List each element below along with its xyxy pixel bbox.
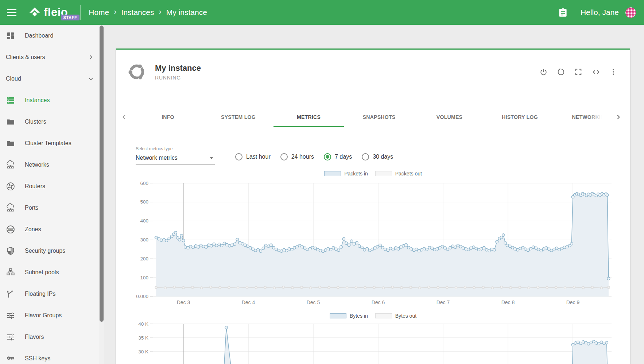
more-vert-icon — [609, 68, 617, 76]
bytes-chart-legend: Bytes inBytes out — [116, 313, 630, 319]
sidebar-item-security-groups[interactable]: Security groups — [0, 240, 99, 262]
svg-text:35 K: 35 K — [138, 335, 148, 341]
sidebar-item-label: Floating IPs — [25, 291, 55, 297]
bytes-chart: 40 K35 K30 K25 K — [116, 319, 630, 364]
breadcrumb-item-home[interactable]: Home — [89, 8, 109, 17]
breadcrumb-separator-icon: › — [114, 7, 116, 17]
tab-metrics[interactable]: METRICS — [273, 114, 344, 127]
folder-icon — [6, 139, 15, 148]
menu-icon[interactable] — [0, 0, 23, 25]
legend-swatch — [375, 313, 392, 318]
sidebar-item-label: Ports — [25, 205, 38, 211]
sidebar-scrollbar-thumb[interactable] — [100, 26, 104, 322]
clipboard-icon[interactable] — [556, 5, 570, 20]
power-icon — [539, 68, 548, 76]
sidebar-item-flavor-groups[interactable]: Flavor Groups — [0, 305, 99, 326]
sidebar-item-label: Clients & users — [6, 54, 45, 61]
tabs-scroll-left-icon[interactable] — [116, 113, 133, 127]
top-header-bar: fleio STAFF Home›Instances›My instance H… — [0, 0, 644, 25]
legend-label: Packets out — [395, 171, 422, 177]
radio-last-hour[interactable]: Last hour — [235, 153, 271, 160]
svg-text:Dec 9: Dec 9 — [566, 299, 580, 305]
fullscreen-button[interactable] — [571, 65, 586, 79]
svg-text:600: 600 — [140, 181, 148, 186]
svg-text:Dec 3: Dec 3 — [177, 299, 190, 305]
legend-item-packets-out[interactable]: Packets out — [375, 171, 422, 177]
metrics-type-value: Network metrics — [136, 155, 178, 161]
soft-reboot-button[interactable] — [554, 65, 568, 79]
more-button[interactable] — [606, 65, 621, 79]
breadcrumb-item-instances[interactable]: Instances — [121, 8, 154, 17]
svg-text:25 K: 25 K — [138, 363, 148, 364]
radio-30-days[interactable]: 30 days — [362, 153, 393, 160]
sidebar-item-label: Cloud — [6, 75, 21, 82]
chevron-right-icon — [88, 54, 94, 61]
metrics-type-select[interactable]: Select metrics type Network metrics — [136, 146, 215, 165]
sidebar-item-label: Flavor Groups — [25, 312, 62, 319]
sidebar-item-clusters[interactable]: Clusters — [0, 111, 99, 132]
tab-snapshots[interactable]: SNAPSHOTS — [344, 114, 414, 127]
legend-item-bytes-out[interactable]: Bytes out — [375, 313, 416, 319]
svg-text:Dec 5: Dec 5 — [307, 299, 320, 305]
header-divider — [80, 5, 81, 20]
fleio-mark-icon — [28, 6, 41, 19]
cloud-network-icon — [6, 160, 15, 170]
sidebar-item-networks[interactable]: Networks — [0, 154, 99, 175]
tune-icon — [6, 332, 15, 342]
tab-history-log[interactable]: HISTORY LOG — [485, 114, 555, 127]
main-content: My instance RUNNING INFOSYSTEM LOGMETRIC… — [104, 25, 644, 364]
power-button[interactable] — [536, 65, 551, 79]
subnet-icon — [6, 268, 15, 277]
sidebar-item-instances[interactable]: Instances — [0, 89, 99, 111]
sidebar-item-cluster-templates[interactable]: Cluster Templates — [0, 132, 99, 154]
instance-status: RUNNING — [155, 75, 201, 81]
sidebar-item-label: Instances — [25, 97, 50, 104]
avatar[interactable] — [625, 7, 636, 18]
tab-system-log[interactable]: SYSTEM LOG — [203, 114, 273, 127]
tab-bar: INFOSYSTEM LOGMETRICSSNAPSHOTSVOLUMESHIS… — [116, 94, 630, 127]
legend-item-bytes-in[interactable]: Bytes in — [330, 313, 368, 319]
legend-item-packets-in[interactable]: Packets in — [324, 171, 368, 177]
folder-icon — [6, 117, 15, 127]
radio-label: 30 days — [373, 154, 393, 160]
breadcrumb-item-my-instance: My instance — [166, 8, 207, 17]
radio-24-hours[interactable]: 24 hours — [280, 153, 314, 160]
fleio-logo[interactable]: fleio STAFF — [28, 6, 77, 19]
sidebar-item-ports[interactable]: Ports — [0, 197, 99, 218]
radio-circle-icon — [235, 153, 243, 160]
tabs-viewport: INFOSYSTEM LOGMETRICSSNAPSHOTSVOLUMESHIS… — [133, 114, 605, 127]
code-icon — [592, 68, 600, 76]
router-icon — [6, 182, 15, 191]
sidebar-item-cloud[interactable]: Cloud — [0, 68, 99, 89]
legend-swatch — [375, 171, 392, 176]
tab-networking[interactable]: NETWORKING — [555, 114, 605, 127]
sidebar-item-dashboard[interactable]: Dashboard — [0, 25, 99, 46]
svg-text:Dec 6: Dec 6 — [372, 299, 385, 305]
sidebar-item-flavors[interactable]: Flavors — [0, 326, 99, 348]
sidebar-item-clients-users[interactable]: Clients & users — [0, 46, 99, 68]
radio-label: Last hour — [246, 154, 271, 160]
legend-label: Bytes in — [350, 313, 368, 319]
cloud-network-icon — [6, 203, 15, 213]
tab-info[interactable]: INFO — [133, 114, 203, 127]
svg-text:300: 300 — [140, 237, 148, 243]
sidebar-item-zones[interactable]: wwwZones — [0, 218, 99, 240]
console-button[interactable] — [589, 65, 603, 79]
sidebar-item-floating-ips[interactable]: Floating IPs — [0, 283, 99, 305]
breadcrumb-separator-icon: › — [159, 7, 161, 17]
sidebar-item-subnet-pools[interactable]: Subnet pools — [0, 262, 99, 283]
radio-circle-icon — [280, 153, 288, 160]
radio-7-days[interactable]: 7 days — [324, 153, 352, 160]
sidebar-item-routers[interactable]: Routers — [0, 175, 99, 197]
legend-swatch — [330, 313, 346, 318]
metrics-type-label: Select metrics type — [136, 146, 215, 151]
svg-text:www: www — [8, 228, 13, 230]
sidebar-item-label: Zones — [25, 226, 41, 233]
svg-text:Dec 7: Dec 7 — [437, 299, 450, 305]
tab-volumes[interactable]: VOLUMES — [414, 114, 485, 127]
staff-badge: STAFF — [61, 15, 80, 20]
sidebar-scrollbar-track — [99, 25, 104, 364]
tabs-scroll-right-icon[interactable] — [613, 113, 624, 127]
sidebar-item-ssh-keys[interactable]: SSH keys — [0, 348, 99, 364]
instance-card-header: My instance RUNNING — [116, 50, 630, 94]
